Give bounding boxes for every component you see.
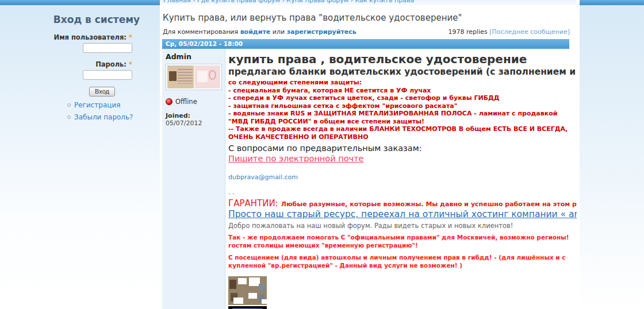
site-header-bar [0, 0, 160, 5]
login-button[interactable]: Вход [89, 87, 115, 96]
redaction-patch [248, 293, 257, 299]
guarantee-text: Любые разумные, которые возможны. Мы дав… [281, 200, 577, 208]
joined-label: Joined: [166, 112, 190, 119]
blank-patch [197, 71, 208, 82]
security-line: -- Также в продаже всегда в наличии БЛАН… [228, 125, 569, 141]
welcome-text: Добро пожаловать на наш новый форум. Рад… [228, 222, 577, 230]
joined-date: 05/07/2012 [166, 119, 202, 127]
status-row: Offline [166, 98, 225, 106]
red-notice-paragraph: Так - же продолжаем помогать С "официаль… [228, 234, 573, 249]
circle-bullet-icon [67, 115, 71, 119]
photo-patch [229, 280, 236, 289]
list-item: Забыли пароль? [33, 113, 160, 121]
uv-license-photo [228, 306, 267, 309]
required-asterisk: * [129, 60, 132, 68]
security-line: - защитная гильошная сетка с эффектом "и… [228, 102, 569, 110]
license-documents-collage-photo [228, 276, 267, 305]
main-content-column: Главная › Где купить права форум › Купи … [160, 0, 577, 309]
post-subheading: предлагаю бланки водительских удостовере… [228, 67, 577, 77]
portrait-patch [169, 71, 177, 81]
left-column: Вход в систему Имя пользователя: * Парол… [0, 5, 160, 309]
site-header-bar [580, 0, 644, 5]
login-links-list: Регистрация Забыли пароль? [33, 101, 160, 121]
post-heading: купить права , водительское удостоверени… [228, 52, 577, 66]
password-field[interactable] [83, 70, 132, 80]
post-body: Admin Offline Joined: [162, 49, 569, 309]
joined-info: Joined: 05/07/2012 [166, 112, 225, 127]
login-panel: Вход в систему Имя пользователя: * Парол… [33, 5, 160, 121]
replies-count: 1978 replies [448, 28, 488, 36]
list-item: Регистрация [33, 101, 160, 109]
offline-status-icon [166, 98, 172, 105]
email-address: dubprava@gmail.com [228, 173, 577, 181]
password-label: Пароль: * [33, 60, 132, 68]
security-line: со следующими степенями защиты: [228, 79, 569, 87]
text-lines-patch [178, 69, 193, 84]
email-link[interactable]: Пишите по электронной почте [228, 154, 364, 163]
forum-post: Ср, 05/02/2012 - 18:00 Admin [162, 39, 569, 309]
breadcrumb-strip: Главная › Где купить права форум › Купи … [160, 0, 577, 5]
stamp-icon [209, 70, 216, 80]
post-content: купить права , водительское удостоверени… [225, 49, 577, 309]
username-label: Имя пользователя: * [33, 33, 132, 41]
redaction-patch [262, 299, 267, 304]
dots-text: . . [228, 188, 577, 196]
security-line: - спереди в УФ лучах светиться цветок, с… [228, 94, 569, 102]
right-panel [580, 5, 644, 309]
guarantee-row: ГАРАНТИИ: Любые разумные, которые возмож… [228, 198, 577, 208]
register-inline-link[interactable]: зарегистрируйтесь [287, 28, 356, 36]
required-asterisk: * [129, 33, 132, 41]
photo-patch [259, 284, 265, 291]
circle-bullet-icon [67, 103, 71, 107]
register-link[interactable]: Регистрация [74, 101, 120, 109]
login-panel-title: Вход в систему [33, 14, 160, 25]
last-message-link[interactable]: [Последнее сообщение] [489, 28, 570, 36]
username-field[interactable] [83, 43, 132, 53]
post-attachments [228, 276, 577, 309]
status-badge: Offline [175, 98, 197, 106]
redaction-patch [238, 278, 247, 284]
license-back-image [194, 65, 221, 88]
page-title: Купить права, или вернуть права "водител… [163, 13, 577, 23]
orders-text: С вопросами по предварительным заказам: [228, 144, 577, 153]
breadcrumb[interactable]: Главная › Где купить права форум › Купи … [163, 0, 414, 4]
login-form: Имя пользователя: * Пароль: * Вход [33, 33, 132, 96]
red-notice-paragraph: С посещением (для вида) автошколы и личн… [228, 254, 573, 269]
author-username: Admin [166, 52, 225, 61]
avatar [166, 64, 222, 90]
security-line: - специальная бумага, которая НЕ светитс… [228, 87, 569, 95]
comment-login-prompt: Для комментирования войдите или зарегист… [163, 28, 356, 36]
security-line: - водяные знаки RUS и ЗАЩИТНАЯ МЕТАЛИЗИР… [228, 110, 569, 125]
comment-info-row: Для комментирования войдите или зарегист… [163, 28, 570, 36]
replies-info: 1978 replies [Последнее сообщение] [448, 28, 570, 36]
redaction-patch [233, 298, 243, 304]
old-resource-link[interactable]: Просто наш старый ресурс, переехал на от… [228, 209, 577, 219]
post-date-bar: Ср, 05/02/2012 - 18:00 [162, 39, 569, 49]
guarantee-label: ГАРАНТИИ: [228, 198, 278, 208]
forgot-password-link[interactable]: Забыли пароль? [74, 113, 133, 121]
license-front-image [167, 65, 194, 88]
post-author-panel: Admin Offline Joined: [162, 49, 225, 309]
login-link[interactable]: войдите [240, 28, 271, 36]
